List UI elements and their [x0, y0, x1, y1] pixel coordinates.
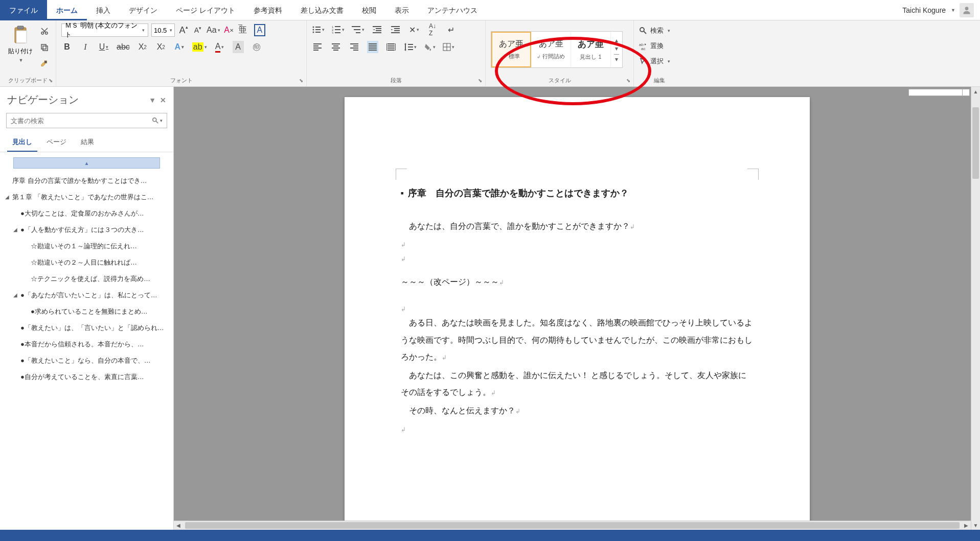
- strikethrough-button[interactable]: abc: [117, 41, 130, 53]
- nav-item[interactable]: ◢第１章 「教えたいこと」であなたの世界はこ…: [3, 189, 170, 205]
- font-name-select[interactable]: ＭＳ 明朝 (本文のフォント▾: [61, 23, 148, 37]
- select-button[interactable]: 選択▾: [639, 55, 670, 67]
- user-area[interactable]: Taichi Kogure ▼: [902, 3, 980, 17]
- font-color-button[interactable]: A▾: [214, 41, 225, 53]
- bold-button[interactable]: B: [61, 41, 73, 53]
- numbering-button[interactable]: 123▾: [332, 23, 345, 36]
- styles-more-button[interactable]: ▴▾▾: [611, 32, 622, 67]
- document-page[interactable]: 序章 自分の言葉で誰かを動かすことはできますか？ あなたは、自分の言葉で、誰かを…: [345, 97, 810, 530]
- font-size-select[interactable]: 10.5▾: [151, 23, 175, 37]
- underline-button[interactable]: U▾: [98, 41, 109, 53]
- tab-insert[interactable]: 挿入: [87, 0, 120, 20]
- nav-item[interactable]: ●大切なことは、定食屋のおかみさんが…: [3, 205, 170, 222]
- close-icon[interactable]: ✕: [160, 96, 166, 104]
- style-no-spacing[interactable]: あア亜 ↲ 行間詰め: [531, 32, 571, 67]
- distributed-button[interactable]: [385, 41, 397, 53]
- nav-item[interactable]: ●求められていることを無難にまとめ…: [3, 303, 170, 320]
- svg-rect-21: [352, 26, 360, 27]
- tab-file[interactable]: ファイル: [0, 0, 47, 20]
- character-border-button[interactable]: A: [254, 24, 266, 36]
- dialog-launcher-icon[interactable]: ⬊: [49, 78, 53, 83]
- asian-layout-button[interactable]: ✕▾: [408, 23, 420, 36]
- subscript-button[interactable]: X2: [137, 41, 148, 53]
- dialog-launcher-icon[interactable]: ⬊: [299, 78, 303, 83]
- collapse-icon[interactable]: ◢: [13, 292, 17, 298]
- tab-review[interactable]: 校閲: [353, 0, 385, 20]
- superscript-button[interactable]: X2: [155, 41, 167, 53]
- nav-item[interactable]: ◢●「人を動かす伝え方」には３つの大き…: [3, 222, 170, 238]
- nav-search[interactable]: ▾: [6, 113, 167, 128]
- scroll-down-icon[interactable]: ▼: [971, 521, 980, 530]
- nav-tab-headings[interactable]: 見出し: [7, 133, 37, 152]
- nav-tab-pages[interactable]: ページ: [41, 133, 72, 152]
- nav-tab-results[interactable]: 結果: [76, 133, 99, 152]
- align-left-button[interactable]: [312, 41, 323, 53]
- copy-button[interactable]: [39, 42, 50, 53]
- highlight-button[interactable]: ab▾: [192, 41, 207, 53]
- tab-view[interactable]: 表示: [385, 0, 418, 20]
- italic-button[interactable]: I: [80, 41, 91, 53]
- phonetic-guide-button[interactable]: ア亜: [238, 24, 251, 36]
- nav-item[interactable]: ●「教えたい」は、「言いたい」と「認められ…: [3, 320, 170, 336]
- nav-item[interactable]: ☆テクニックを使えば、説得力を高め…: [3, 271, 170, 287]
- nav-item[interactable]: 序章 自分の言葉で誰かを動かすことはでき…: [3, 173, 170, 189]
- paste-button[interactable]: 貼り付け ▼: [5, 23, 36, 65]
- nav-item[interactable]: ●「教えたいこと」なら、自分の本音で、…: [3, 352, 170, 369]
- chevron-down-icon[interactable]: ▾: [160, 118, 163, 123]
- change-case-button[interactable]: Aa▾: [207, 24, 220, 36]
- bullets-button[interactable]: ▾: [312, 23, 325, 36]
- scroll-thumb[interactable]: [185, 522, 960, 529]
- sort-button[interactable]: A↓Z: [427, 23, 438, 36]
- scroll-thumb[interactable]: [972, 107, 979, 179]
- chevron-down-icon[interactable]: ▼: [149, 96, 156, 104]
- tab-page-layout[interactable]: ページ レイアウト: [167, 0, 244, 20]
- clear-formatting-button[interactable]: A✕: [223, 24, 235, 36]
- nav-item[interactable]: ●自分が考えていることを、素直に言葉…: [3, 369, 170, 385]
- format-painter-button[interactable]: [39, 58, 50, 69]
- justify-button[interactable]: [367, 41, 378, 53]
- enclose-characters-button[interactable]: ㊞: [251, 41, 262, 53]
- scroll-right-icon[interactable]: ▶: [962, 521, 971, 530]
- shrink-font-button[interactable]: A▾: [192, 24, 203, 36]
- vertical-scrollbar[interactable]: ▲ ▼: [971, 87, 980, 530]
- grow-font-button[interactable]: A▴: [178, 24, 189, 36]
- find-button[interactable]: 検索▾: [639, 25, 670, 37]
- horizontal-scrollbar[interactable]: ◀ ▶: [174, 521, 971, 530]
- tab-home[interactable]: ホーム: [47, 0, 87, 20]
- svg-rect-55: [408, 46, 413, 48]
- cut-button[interactable]: [39, 26, 50, 37]
- increase-indent-button[interactable]: [390, 23, 401, 36]
- ruler-toggle[interactable]: [908, 89, 970, 96]
- decrease-indent-button[interactable]: [372, 23, 383, 36]
- style-heading1[interactable]: あア亜 見出し 1: [571, 32, 611, 67]
- search-input[interactable]: [11, 117, 152, 125]
- dialog-launcher-icon[interactable]: ⬊: [478, 78, 482, 83]
- nav-item[interactable]: ◢●「あなたが言いたいこと」は、私にとって…: [3, 287, 170, 303]
- character-shading-button[interactable]: A: [233, 41, 244, 53]
- replace-button[interactable]: abac 置換: [639, 40, 670, 52]
- nav-jump-top[interactable]: ▲: [13, 157, 160, 169]
- style-normal[interactable]: あア亜 ↲ 標準: [491, 32, 531, 67]
- svg-rect-8: [44, 61, 47, 63]
- align-right-button[interactable]: [349, 41, 360, 53]
- tab-references[interactable]: 参考資料: [244, 0, 291, 20]
- tab-mailings[interactable]: 差し込み文書: [291, 0, 353, 20]
- collapse-icon[interactable]: ◢: [13, 227, 17, 232]
- shading-button[interactable]: ▾: [424, 41, 436, 53]
- nav-item[interactable]: ☆勘違いその２～人目に触れれば…: [3, 254, 170, 271]
- nav-item[interactable]: ●本音だから信頼される。本音だから、…: [3, 336, 170, 352]
- multilevel-list-button[interactable]: ▾: [352, 23, 364, 36]
- tab-design[interactable]: デザイン: [120, 0, 167, 20]
- collapse-icon[interactable]: ◢: [5, 194, 9, 200]
- line-spacing-button[interactable]: ▾: [404, 41, 417, 53]
- nav-item[interactable]: ☆勘違いその１～論理的に伝えれ…: [3, 238, 170, 254]
- text-effects-button[interactable]: A▾: [174, 41, 185, 53]
- align-center-button[interactable]: [330, 41, 341, 53]
- dialog-launcher-icon[interactable]: ⬊: [626, 78, 630, 83]
- scroll-up-icon[interactable]: ▲: [971, 87, 980, 96]
- tab-antenna-house[interactable]: アンテナハウス: [418, 0, 487, 20]
- document-scroll[interactable]: 序章 自分の言葉で誰かを動かすことはできますか？ あなたは、自分の言葉で、誰かを…: [174, 87, 980, 530]
- scroll-left-icon[interactable]: ◀: [174, 521, 183, 530]
- show-marks-button[interactable]: ↵: [445, 23, 457, 36]
- borders-button[interactable]: ▾: [443, 41, 454, 53]
